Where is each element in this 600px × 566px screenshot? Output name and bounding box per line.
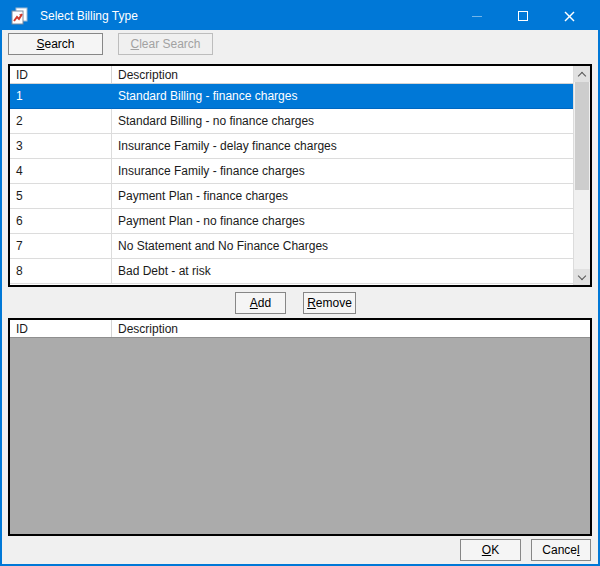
scrollbar-track[interactable] xyxy=(574,82,590,269)
minimize-button[interactable] xyxy=(454,2,500,30)
minimize-icon xyxy=(472,16,482,17)
maximize-button[interactable] xyxy=(500,2,546,30)
titlebar: Select Billing Type xyxy=(2,2,598,30)
window-controls xyxy=(454,2,592,30)
column-header-id: ID xyxy=(10,66,112,83)
maximize-icon xyxy=(518,11,528,21)
column-header-description: Description xyxy=(112,66,573,83)
remove-button[interactable]: Remove xyxy=(303,292,356,314)
add-button[interactable]: Add xyxy=(235,292,286,314)
ok-button[interactable]: OK xyxy=(460,539,521,561)
chevron-down-icon xyxy=(578,271,586,279)
table-row[interactable]: 1 Standard Billing - finance charges xyxy=(10,84,573,109)
table-row[interactable]: 6 Payment Plan - no finance charges xyxy=(10,209,573,234)
select-billing-type-dialog: Select Billing Type Search Clear Search … xyxy=(0,0,600,566)
close-button[interactable] xyxy=(546,2,592,30)
available-table-main: ID Description 1 Standard Billing - fina… xyxy=(10,66,573,285)
billing-report-pages-icon xyxy=(10,7,30,25)
clear-search-button[interactable]: Clear Search xyxy=(118,33,213,55)
selected-billing-types-table: ID Description xyxy=(8,318,592,536)
available-table-header: ID Description xyxy=(10,66,573,84)
table-row[interactable]: 5 Payment Plan - finance charges xyxy=(10,184,573,209)
chevron-up-icon xyxy=(578,71,586,79)
scroll-up-button[interactable] xyxy=(574,66,590,82)
table-row[interactable]: 7 No Statement and No Finance Charges xyxy=(10,234,573,259)
search-button[interactable]: Search xyxy=(8,33,103,55)
vertical-scrollbar[interactable] xyxy=(573,66,590,285)
table-row[interactable]: 4 Insurance Family - finance charges xyxy=(10,159,573,184)
scroll-down-button[interactable] xyxy=(574,269,590,285)
selected-table-empty-area xyxy=(10,338,590,534)
available-billing-types-table: ID Description 1 Standard Billing - fina… xyxy=(8,64,592,287)
column-header-description: Description xyxy=(112,320,590,337)
close-icon xyxy=(564,11,575,22)
scrollbar-thumb[interactable] xyxy=(575,82,589,190)
table-row[interactable]: 3 Insurance Family - delay finance charg… xyxy=(10,134,573,159)
table-row[interactable]: 2 Standard Billing - no finance charges xyxy=(10,109,573,134)
window-title: Select Billing Type xyxy=(40,9,138,23)
selected-table-header: ID Description xyxy=(10,320,590,338)
cancel-button[interactable]: Cancel xyxy=(531,539,591,561)
table-row[interactable]: 8 Bad Debt - at risk xyxy=(10,259,573,284)
column-header-id: ID xyxy=(10,320,112,337)
